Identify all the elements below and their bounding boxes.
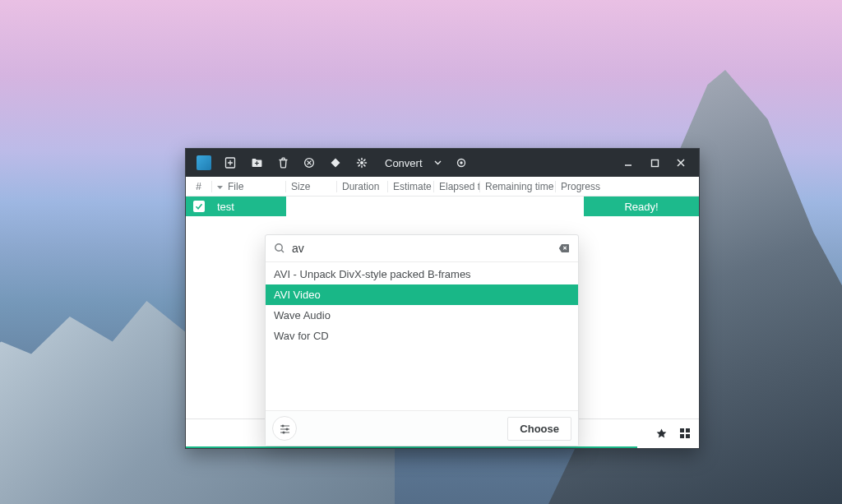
grid-icon[interactable] xyxy=(679,428,691,440)
maximize-button[interactable] xyxy=(641,150,668,176)
svg-rect-11 xyxy=(686,428,690,432)
app-window: Convert # File Size Duration Estimate El… xyxy=(185,148,700,449)
convert-action[interactable]: Convert xyxy=(375,157,448,169)
svg-rect-12 xyxy=(680,434,684,438)
column-headers: # File Size Duration Estimate Elapsed t … xyxy=(186,177,699,197)
svg-point-8 xyxy=(285,428,288,430)
format-option[interactable]: Wav for CD xyxy=(266,326,578,346)
stop-button[interactable] xyxy=(296,150,322,176)
file-list-area: AVI - Unpack DivX-style packed B-framesA… xyxy=(186,216,699,448)
col-estimate[interactable]: Estimate xyxy=(388,181,434,192)
col-file[interactable]: File xyxy=(212,181,286,192)
format-dropdown: AVI - Unpack DivX-style packed B-framesA… xyxy=(265,234,579,446)
svg-point-6 xyxy=(275,244,282,251)
backspace-icon xyxy=(558,243,570,253)
col-elapsed[interactable]: Elapsed t xyxy=(434,181,480,192)
svg-point-4 xyxy=(460,161,462,164)
svg-rect-13 xyxy=(686,434,690,438)
col-progress[interactable]: Progress xyxy=(556,181,605,192)
format-settings-button[interactable] xyxy=(272,416,297,441)
settings-button[interactable] xyxy=(349,150,375,176)
format-option[interactable]: Wave Audio xyxy=(266,305,578,326)
svg-rect-10 xyxy=(680,428,684,432)
sliders-icon xyxy=(279,423,291,435)
add-folder-button[interactable] xyxy=(243,150,270,176)
col-size[interactable]: Size xyxy=(286,181,337,192)
row-file: test xyxy=(212,197,286,216)
col-num[interactable]: # xyxy=(186,181,212,192)
svg-point-7 xyxy=(281,424,284,427)
titlebar: Convert xyxy=(186,149,699,177)
close-button[interactable] xyxy=(668,150,694,176)
app-logo xyxy=(191,150,217,176)
chevron-down-icon xyxy=(434,160,442,165)
delete-button[interactable] xyxy=(270,150,296,176)
row-status: Ready! xyxy=(584,197,699,216)
col-remaining[interactable]: Remaining time xyxy=(480,181,556,192)
favorite-icon[interactable] xyxy=(655,428,668,440)
format-list: AVI - Unpack DivX-style packed B-framesA… xyxy=(266,262,578,410)
add-file-button[interactable] xyxy=(217,150,243,176)
sort-down-icon xyxy=(217,183,223,190)
diamond-button[interactable] xyxy=(322,150,349,176)
search-icon xyxy=(274,243,285,254)
choose-button[interactable]: Choose xyxy=(507,417,571,441)
table-row[interactable]: test Ready! xyxy=(186,197,699,216)
check-icon xyxy=(195,202,203,210)
record-button[interactable] xyxy=(448,150,474,176)
minimize-button[interactable] xyxy=(615,150,641,176)
row-checkbox[interactable] xyxy=(186,197,212,216)
col-duration[interactable]: Duration xyxy=(337,181,388,192)
svg-point-2 xyxy=(360,161,363,164)
format-option[interactable]: AVI Video xyxy=(266,284,578,305)
format-option[interactable]: AVI - Unpack DivX-style packed B-frames xyxy=(266,264,578,284)
clear-search-button[interactable] xyxy=(558,243,570,253)
convert-label: Convert xyxy=(385,157,423,169)
svg-point-9 xyxy=(282,431,285,433)
format-search-input[interactable] xyxy=(292,242,552,255)
svg-rect-5 xyxy=(651,160,658,166)
